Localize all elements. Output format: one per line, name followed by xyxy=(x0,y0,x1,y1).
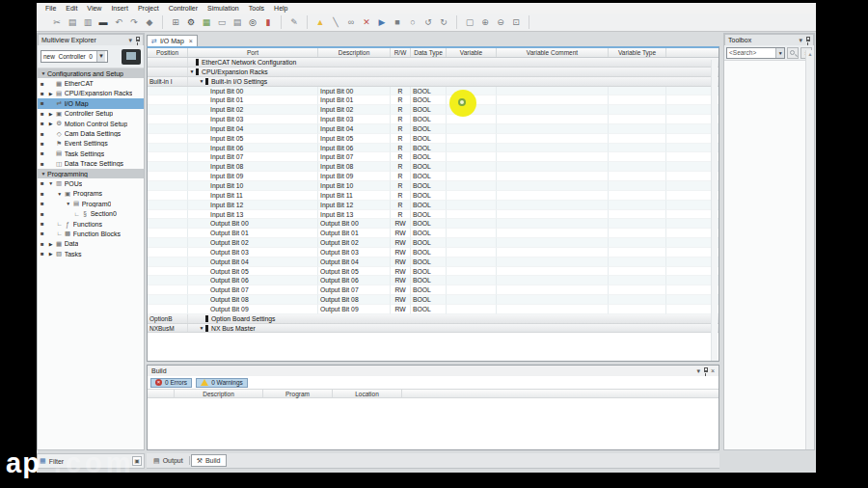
chevron-down-icon[interactable]: ▼ xyxy=(188,68,196,74)
warning-icon[interactable]: ▲ xyxy=(312,16,328,29)
table-row[interactable]: Input Bit 02Input Bit 02RBOOL xyxy=(148,105,719,115)
menu-edit[interactable]: Edit xyxy=(61,5,82,12)
pin-icon[interactable] xyxy=(704,367,708,372)
table-row[interactable]: Input Bit 07Input Bit 07RBOOL xyxy=(148,152,719,162)
sidebar-item-event-settings[interactable]: ■⚑Event Settings xyxy=(38,139,144,149)
block-icon[interactable]: ■ xyxy=(390,16,405,29)
pointer-icon[interactable]: ▶ xyxy=(374,16,390,29)
column-header-r-w[interactable]: R/W xyxy=(391,48,411,57)
menu-file[interactable]: File xyxy=(41,5,61,12)
search-icon[interactable]: ◎ xyxy=(245,16,260,29)
sync-back-icon[interactable]: ↺ xyxy=(420,16,436,29)
sidebar-item-ethercat[interactable]: ■▦EtherCAT xyxy=(38,78,144,88)
pin-icon[interactable] xyxy=(136,37,140,41)
column-header-variable[interactable]: Variable xyxy=(447,48,497,57)
chevron-down-icon[interactable]: ▼ xyxy=(65,201,72,206)
sidebar-item-tasks[interactable]: ■▶▧Tasks xyxy=(38,249,144,258)
edit-mode-icon[interactable]: ✎ xyxy=(286,16,302,29)
reference-icon[interactable]: ◆ xyxy=(142,16,157,29)
window-icon[interactable]: ⊞ xyxy=(168,16,183,29)
table-row[interactable]: Output Bit 09Output Bit 09RWBOOL xyxy=(148,305,719,314)
toolbox-scrollbar[interactable]: ▲ xyxy=(805,50,814,449)
column-header-port[interactable]: Port xyxy=(188,48,318,57)
menu-controller[interactable]: Controller xyxy=(164,5,203,12)
sidebar-item-section0[interactable]: ■∟§Section0 xyxy=(38,208,144,218)
chevron-down-icon[interactable]: ▼ xyxy=(198,325,205,331)
circle-icon[interactable]: ○ xyxy=(405,16,420,29)
table-row[interactable]: Input Bit 13Input Bit 13RBOOL xyxy=(148,210,719,220)
tree-section-configurations-and-setup[interactable]: ▼Configurations and Setup xyxy=(38,68,144,78)
zoom-in-icon[interactable]: ⊕ xyxy=(477,16,493,29)
menu-insert[interactable]: Insert xyxy=(106,5,133,12)
cut-icon[interactable]: ✂ xyxy=(49,16,65,29)
menu-simulation[interactable]: Simulation xyxy=(203,5,244,12)
menu-view[interactable]: View xyxy=(82,5,106,12)
sidebar-item-cpu-expansion-racks[interactable]: ■▶▤CPU/Expansion Racks xyxy=(38,89,144,98)
chevron-right-icon[interactable]: ▶ xyxy=(47,241,55,247)
column-header-description[interactable]: Description xyxy=(318,48,391,57)
sidebar-item-programs[interactable]: ■▼▣Programs xyxy=(38,189,144,199)
sidebar-item-motion-control-setup[interactable]: ■▶⚙Motion Control Setup xyxy=(38,119,144,128)
library-icon[interactable]: ▮ xyxy=(260,16,276,29)
sidebar-item-functions[interactable]: ■∟ƒFunctions xyxy=(38,219,144,229)
chevron-down-icon[interactable]: ▼ xyxy=(47,180,55,186)
table-row[interactable]: Output Bit 00Output Bit 00RWBOOL xyxy=(148,219,719,229)
build-column-filler[interactable] xyxy=(402,390,720,397)
column-header-position[interactable]: Position xyxy=(148,48,188,57)
variables-icon[interactable]: ▦ xyxy=(199,16,214,29)
sidebar-item-program0[interactable]: ■▼▤Program0 xyxy=(38,199,144,208)
tab-output[interactable]: ▤ Output xyxy=(149,454,188,467)
warnings-toggle-button[interactable]: 0 Warnings xyxy=(196,378,248,388)
wrench-icon[interactable]: ⚙ xyxy=(183,16,199,29)
undo-icon[interactable]: ↶ xyxy=(111,16,126,29)
column-header-data-type[interactable]: Data Type xyxy=(411,48,447,57)
panel-menu-icon[interactable]: ▾ xyxy=(696,366,700,376)
memory-icon[interactable]: ▤ xyxy=(230,16,245,29)
table-row[interactable]: Output Bit 03Output Bit 03RWBOOL xyxy=(148,248,719,258)
table-row[interactable]: Input Bit 00Input Bit 00RBOOL xyxy=(148,87,719,96)
column-header-variable-type[interactable]: Variable Type xyxy=(609,48,666,57)
sidebar-item-i-o-map[interactable]: ■⇄I/O Map xyxy=(38,98,144,108)
table-row-group[interactable]: NXBusM▼NX Bus Master xyxy=(148,324,719,334)
redo-icon[interactable]: ↷ xyxy=(126,16,142,29)
table-row[interactable]: Output Bit 05Output Bit 05RWBOOL xyxy=(148,267,719,277)
paste-icon[interactable]: ▥ xyxy=(80,16,95,29)
table-row[interactable]: Output Bit 08Output Bit 08RWBOOL xyxy=(148,295,719,305)
sidebar-item-pous[interactable]: ■▼▥POUs xyxy=(38,178,144,188)
table-row[interactable]: Input Bit 04Input Bit 04RBOOL xyxy=(148,124,719,134)
chevron-down-icon[interactable]: ▼ xyxy=(56,191,64,197)
zoom-fit-icon[interactable]: ⊡ xyxy=(508,16,524,29)
build-column-filler[interactable] xyxy=(148,390,175,397)
monitor-icon[interactable]: ▭ xyxy=(214,16,230,29)
table-row[interactable]: Input Bit 06Input Bit 06RBOOL xyxy=(148,144,719,153)
build-column-program[interactable]: Program xyxy=(263,390,333,397)
close-icon[interactable]: × xyxy=(711,366,715,376)
panel-menu-icon[interactable]: ▾ xyxy=(128,36,132,45)
io-map-scrollbar[interactable] xyxy=(711,60,718,362)
errors-toggle-button[interactable]: × 0 Errors xyxy=(150,378,192,388)
table-row-group[interactable]: EtherCAT Network Configuration xyxy=(148,58,719,68)
table-row[interactable]: Input Bit 01Input Bit 01RBOOL xyxy=(148,95,719,105)
table-row[interactable]: Output Bit 07Output Bit 07RWBOOL xyxy=(148,285,719,295)
panel-menu-icon[interactable]: ▾ xyxy=(799,36,802,45)
sidebar-item-task-settings[interactable]: ■▤Task Settings xyxy=(38,149,144,158)
tab-build[interactable]: ⚒ Build xyxy=(191,454,227,467)
column-header-variable-comment[interactable]: Variable Comment xyxy=(497,48,609,57)
tree-section-programming[interactable]: ▼Programming xyxy=(38,169,144,178)
watch-icon[interactable]: ∞ xyxy=(343,16,359,29)
toolbox-search-button[interactable] xyxy=(787,47,799,59)
sidebar-item-cam-data-settings[interactable]: ■◇Cam Data Settings xyxy=(38,128,144,138)
build-column-description[interactable]: Description xyxy=(175,390,263,397)
frame-icon[interactable]: ▢ xyxy=(462,16,477,29)
build-column-location[interactable]: Location xyxy=(333,390,402,397)
chevron-right-icon[interactable]: ▶ xyxy=(47,251,55,257)
table-row[interactable]: Input Bit 03Input Bit 03RBOOL xyxy=(148,115,719,124)
table-row[interactable]: Input Bit 12Input Bit 12RBOOL xyxy=(148,201,719,210)
close-icon[interactable]: × xyxy=(189,38,193,44)
sync-forward-icon[interactable]: ↻ xyxy=(436,16,451,29)
column-header-filler[interactable] xyxy=(666,48,719,57)
delete-icon[interactable]: ▬ xyxy=(95,16,111,29)
chevron-right-icon[interactable]: ▶ xyxy=(47,111,55,117)
sidebar-item-data-trace-settings[interactable]: ■◫Data Trace Settings xyxy=(38,159,144,169)
toolbox-search-input[interactable]: <Search> ▼ xyxy=(726,47,785,59)
